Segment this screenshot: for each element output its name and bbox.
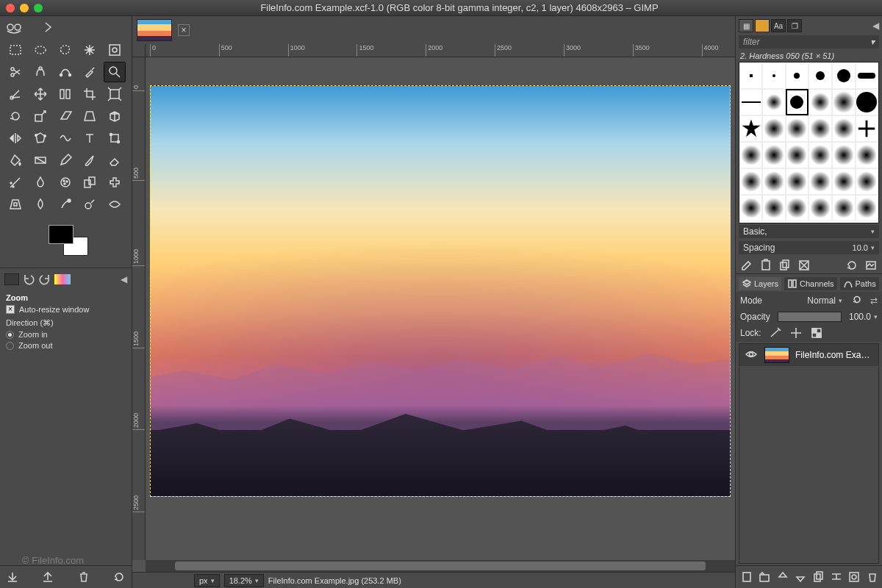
new-layer-icon[interactable] [740,570,752,584]
history-tab[interactable]: ❐ [787,19,802,32]
zoom-dropdown[interactable]: 18.2% [224,574,264,587]
tool-eraser[interactable] [104,150,126,171]
minimize-window-button[interactable] [20,4,29,12]
raise-layer-icon[interactable] [776,570,788,584]
lock-pixels-icon[interactable] [769,326,782,340]
tool-shear[interactable] [54,106,76,126]
foreground-color[interactable] [49,225,74,244]
brush-cell[interactable] [856,89,878,115]
brush-cell[interactable] [808,62,831,89]
brush-preset-dropdown[interactable]: Basic, [739,225,879,238]
dock-tab[interactable] [4,273,19,285]
brush-cell[interactable] [856,115,878,142]
new-group-icon[interactable] [758,570,770,584]
brush-cell[interactable] [786,168,808,195]
lock-position-icon[interactable] [789,326,803,340]
patterns-tab[interactable] [755,19,770,32]
canvas-image[interactable] [150,85,731,497]
lower-layer-icon[interactable] [794,570,806,584]
delete-brush-icon[interactable] [797,259,811,270]
brush-spacing-input[interactable] [839,243,868,252]
dock-menu-icon[interactable]: ◀ [121,274,127,284]
brush-cell[interactable] [762,115,785,142]
brushes-dock-menu-icon[interactable]: ◀ [872,21,879,31]
brush-cell[interactable] [856,168,878,195]
mode-reset-icon[interactable] [851,294,863,307]
image-tab-close-button[interactable]: × [178,24,190,36]
tool-rotate[interactable] [4,106,26,126]
layer-name[interactable]: FileInfo.com Example [795,350,874,360]
brush-cell[interactable] [762,89,785,115]
brush-filter-input[interactable]: filter [739,35,879,49]
save-preset-icon[interactable] [6,570,19,584]
duplicate-layer-icon[interactable] [812,570,824,584]
tab-layers[interactable]: Layers [739,277,781,290]
brush-cell[interactable] [856,62,878,89]
brush-cell[interactable] [739,62,762,89]
tool-airbrush[interactable] [4,172,26,193]
tool-perspective[interactable] [79,106,101,126]
zoom-out-radio[interactable]: Zoom out [6,341,126,350]
tool-gradient[interactable] [29,150,51,171]
merge-down-icon[interactable] [830,570,842,584]
auto-resize-checkbox[interactable]: × Auto-resize window [6,305,126,314]
zoom-in-radio[interactable]: Zoom in [6,330,126,339]
brush-cell[interactable] [856,142,878,168]
brush-cell[interactable] [739,115,762,142]
tool-foreground-select[interactable] [29,62,51,82]
layer-thumbnail[interactable] [764,347,789,363]
tool-flip[interactable] [4,128,26,148]
edit-brush-icon[interactable] [740,259,753,270]
brush-cell[interactable] [808,142,831,168]
brush-grid[interactable] [739,62,879,223]
unit-dropdown[interactable]: px [194,574,220,587]
layer-visibility-toggle[interactable] [744,348,759,363]
brush-cell[interactable] [786,89,808,115]
brush-cell[interactable] [786,142,808,168]
tool-cage[interactable] [29,128,51,148]
brush-cell[interactable] [739,142,762,168]
reset-preset-icon[interactable] [112,570,126,584]
tool-text[interactable] [79,128,101,148]
brush-cell[interactable] [739,89,762,115]
brush-cell[interactable] [832,195,856,221]
tool-mypaint[interactable] [54,172,76,193]
close-window-button[interactable] [6,4,15,12]
tool-fuzzy-select[interactable] [79,40,101,60]
layer-row[interactable]: FileInfo.com Example [739,344,878,366]
image-tab-thumbnail[interactable] [137,19,172,41]
brush-cell[interactable] [808,89,831,115]
tool-blur[interactable] [29,194,51,215]
ruler-origin[interactable] [132,44,146,57]
tool-ellipse-select[interactable] [29,40,51,60]
canvas-viewport[interactable] [146,57,735,560]
brush-cell[interactable] [832,89,856,115]
opacity-row[interactable]: Opacity 100.0 [736,309,882,324]
tool-paths[interactable] [54,62,76,82]
color-swatch[interactable] [44,225,88,260]
brush-cell[interactable] [786,62,808,89]
tool-perspective-clone[interactable] [4,194,26,215]
brush-cell[interactable] [786,115,808,142]
restore-preset-icon[interactable] [41,570,54,584]
horizontal-ruler[interactable]: 05001000150020002500300035004000 [146,44,735,57]
tool-scissors[interactable] [4,62,26,82]
tool-scale[interactable] [29,106,51,126]
tool-free-select[interactable] [54,40,76,60]
brush-cell[interactable] [786,195,808,221]
tab-paths[interactable]: Paths [840,277,879,290]
brush-cell[interactable] [832,115,856,142]
tool-pencil[interactable] [54,150,76,171]
tool-unified-transform[interactable] [104,84,126,104]
vertical-ruler[interactable]: 05001000150020002500 [132,57,146,560]
wilber-menu[interactable] [0,16,132,35]
brush-cell[interactable] [832,62,856,89]
brush-cell[interactable] [832,168,856,195]
tool-zoom[interactable] [104,62,126,82]
undo-icon[interactable] [22,273,35,286]
delete-layer-icon[interactable] [866,570,878,584]
brush-cell[interactable] [762,195,785,221]
delete-preset-icon[interactable] [77,570,90,584]
brush-cell[interactable] [762,62,785,89]
brush-cell[interactable] [832,142,856,168]
